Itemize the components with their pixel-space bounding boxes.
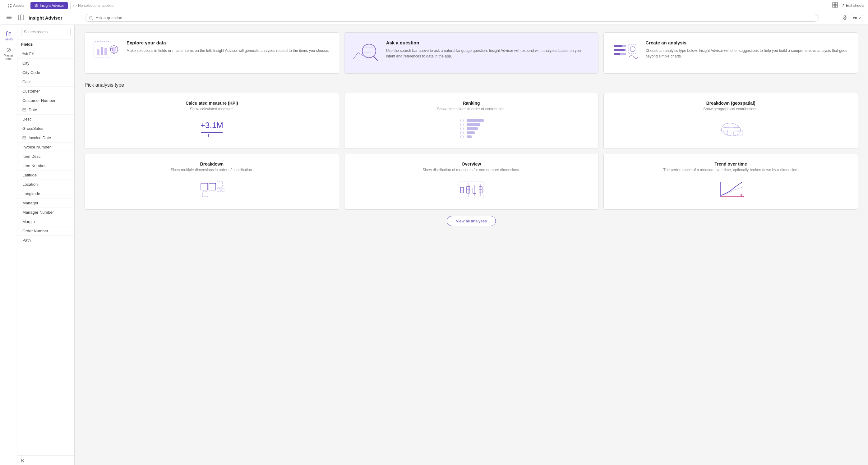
- intro-card-ask[interactable]: Ask a question Use the search bar above …: [344, 32, 599, 74]
- svg-point-6: [73, 4, 76, 7]
- svg-point-5: [36, 6, 37, 7]
- sidebar-item-city-code[interactable]: City Code: [18, 68, 74, 77]
- sidebar-item-location[interactable]: Location: [18, 180, 74, 189]
- pick-analysis-section: Pick analysis type Calculated measure (K…: [85, 82, 858, 226]
- nav-insight-advisor[interactable]: Insight Advisor: [30, 2, 68, 9]
- sidebar-item-key[interactable]: %KEY: [18, 49, 74, 59]
- sidebar-item-label: Cost: [22, 79, 31, 84]
- search-input[interactable]: [96, 15, 814, 20]
- svg-line-43: [358, 53, 363, 56]
- analysis-card-trend[interactable]: Trend over time The performance of a mea…: [603, 154, 858, 210]
- sidebar-item-customer[interactable]: Customer: [18, 87, 74, 96]
- sidebar-item-item-number[interactable]: Item Number: [18, 161, 74, 170]
- analysis-visual-trend: [717, 177, 745, 202]
- analysis-card-kpi[interactable]: Calculated measure (KPI) Show calculated…: [85, 93, 339, 149]
- sidebar-field-list-panel: Fields %KEYCityCity CodeCostCustomerCust…: [18, 25, 74, 465]
- kpi-visual: +3.1M: [200, 121, 223, 137]
- language-select[interactable]: en: [851, 15, 863, 21]
- sidebar-item-invoice-number[interactable]: Invoice Number: [18, 142, 74, 152]
- no-selections: No selections applied: [73, 3, 114, 8]
- insight-icon: [34, 3, 38, 8]
- sidebar-item-longitude[interactable]: Longitude: [18, 189, 74, 198]
- sidebar-item-customer-number[interactable]: Customer Number: [18, 96, 74, 105]
- analysis-desc-kpi: Show calculated measure.: [190, 107, 234, 111]
- analysis-visual-ranking: [457, 116, 485, 141]
- calendar-icon: [22, 136, 26, 140]
- toolbar: Insight Advisor en: [0, 11, 868, 25]
- svg-rect-70: [217, 182, 223, 187]
- analysis-title-overview: Overview: [462, 162, 481, 166]
- sidebar-item-gross-sales[interactable]: GrossSales: [18, 124, 74, 133]
- sidebar-item-item-desc[interactable]: Item Desc: [18, 152, 74, 161]
- sidebar-item-manager-number[interactable]: Manager Number: [18, 208, 74, 217]
- sidebar-item-invoice-date[interactable]: Invoice Date: [18, 133, 74, 142]
- svg-line-17: [92, 19, 93, 20]
- intro-card-explore[interactable]: Explore your data Make selections in fie…: [85, 32, 339, 74]
- ask-card-text: Ask a question Use the search bar above …: [386, 40, 591, 59]
- sidebar-item-desc[interactable]: Desc: [18, 114, 74, 124]
- svg-rect-7: [833, 2, 835, 5]
- sidebar-item-cost[interactable]: Cost: [18, 77, 74, 87]
- svg-rect-91: [741, 194, 742, 197]
- explore-title: Explore your data: [127, 40, 329, 45]
- microphone-icon[interactable]: [841, 14, 848, 22]
- nav-assets[interactable]: Assets: [4, 2, 28, 9]
- svg-rect-10: [835, 5, 838, 7]
- svg-rect-2: [8, 6, 9, 7]
- sidebar-item-latitude[interactable]: Latitude: [18, 170, 74, 180]
- analysis-visual-geo: [717, 116, 745, 141]
- sidebar-icon-fields[interactable]: Fields: [1, 29, 16, 43]
- analysis-card-breakdown[interactable]: Breakdown Show multiple dimensions in or…: [85, 154, 339, 210]
- no-selections-icon: [73, 4, 77, 7]
- toolbar-icons: en: [841, 14, 863, 22]
- svg-rect-54: [614, 53, 620, 55]
- sidebar-section-fields: Fields: [18, 39, 74, 49]
- svg-rect-36: [97, 49, 99, 55]
- ranking-visual: [457, 118, 485, 139]
- analysis-title-kpi: Calculated measure (KPI): [186, 101, 238, 106]
- svg-rect-58: [467, 123, 480, 126]
- analysis-desc-geo: Show geographical contributions.: [703, 107, 758, 111]
- svg-marker-92: [743, 196, 744, 198]
- analysis-card-geo[interactable]: Breakdown (geospatial) Show geographical…: [603, 93, 858, 149]
- grid-view-icon[interactable]: [832, 2, 838, 9]
- sidebar-item-label: City: [22, 61, 29, 66]
- svg-rect-57: [467, 119, 484, 122]
- svg-rect-13: [6, 19, 11, 19]
- toolbar-search[interactable]: [85, 14, 818, 22]
- sidebar-item-manager[interactable]: Manager: [18, 198, 74, 208]
- sidebar-toggle-btn[interactable]: [5, 13, 13, 22]
- svg-rect-50: [614, 45, 622, 47]
- svg-point-62: [460, 119, 464, 122]
- sidebar-collapse-btn[interactable]: [18, 455, 74, 465]
- svg-rect-14: [18, 15, 20, 20]
- analysis-card-ranking[interactable]: Ranking Show dimensions in order of cont…: [344, 93, 599, 149]
- svg-rect-68: [201, 183, 208, 190]
- panel-toggle-btn[interactable]: [17, 13, 25, 22]
- sidebar-search-container: [18, 25, 74, 39]
- svg-rect-18: [844, 15, 845, 18]
- intro-card-create[interactable]: Create an analysis Choose an analysis ty…: [603, 32, 858, 74]
- svg-point-44: [362, 44, 376, 58]
- sidebar-item-city[interactable]: City: [18, 59, 74, 68]
- sidebar-item-order-number[interactable]: Order Number: [18, 227, 74, 236]
- sidebar-fields-label: Fields: [4, 38, 13, 41]
- search-icon: [89, 16, 93, 20]
- overview-visual: [457, 178, 485, 200]
- sidebar-item-label: City Code: [22, 70, 40, 75]
- analysis-card-overview[interactable]: Overview Show distribution of measures f…: [344, 154, 599, 210]
- sidebar-item-date[interactable]: Date: [18, 105, 74, 114]
- view-all-analyses-btn[interactable]: View all analyses: [447, 216, 496, 226]
- svg-rect-3: [10, 6, 11, 7]
- sidebar-icon-master-items[interactable]: Master items: [1, 45, 16, 63]
- top-nav-right: Edit sheets: [832, 2, 864, 9]
- sidebar-item-path[interactable]: Path: [18, 236, 74, 245]
- svg-point-16: [89, 16, 92, 19]
- sidebar-item-label: Manager Number: [22, 210, 54, 214]
- sidebar-item-margin[interactable]: Margin: [18, 217, 74, 227]
- intro-cards-row: Explore your data Make selections in fie…: [85, 32, 858, 74]
- sidebar-item-label: Order Number: [22, 229, 48, 233]
- edit-sheets-btn[interactable]: Edit sheets: [840, 3, 864, 8]
- sidebar-icon-panel: Fields Master items: [0, 25, 18, 465]
- sidebar-search-input[interactable]: [21, 28, 70, 36]
